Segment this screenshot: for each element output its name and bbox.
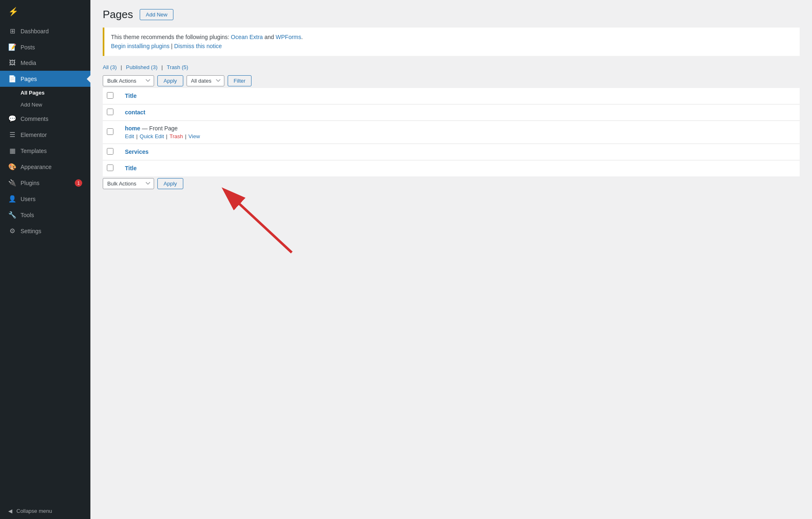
bottom-bulk-actions-select[interactable]: Bulk Actions Move to Trash: [103, 178, 154, 189]
pages-table-wrapper: Title contact: [103, 88, 800, 176]
select-all-checkbox[interactable]: [107, 92, 113, 99]
filter-published[interactable]: Published (3): [126, 64, 159, 70]
sidebar: ⚡ ⊞ Dashboard 📝 Posts 🖼 Media 📄 Pages Al…: [0, 0, 90, 519]
column-title-header[interactable]: Title: [125, 93, 137, 99]
bottom-apply-button[interactable]: Apply: [157, 178, 183, 189]
pages-submenu: All Pages Add New: [0, 87, 90, 111]
tools-icon: 🔧: [8, 211, 16, 219]
posts-icon: 📝: [8, 43, 16, 51]
services-page-link[interactable]: Services: [125, 148, 149, 155]
footer-select-all-checkbox[interactable]: [107, 165, 113, 171]
sidebar-item-label: Posts: [21, 44, 35, 51]
sidebar-item-label: Appearance: [21, 164, 52, 170]
appearance-icon: 🎨: [8, 163, 16, 171]
row-title-home: home — Front Page Edit | Quick Edit | Tr…: [119, 120, 800, 144]
ocean-extra-link[interactable]: Ocean Extra: [231, 34, 263, 40]
table-row: Services: [103, 144, 800, 160]
row-check-services: [103, 144, 119, 160]
annotation-arrow: [210, 187, 300, 262]
notice-separator: |: [171, 43, 174, 49]
apply-button[interactable]: Apply: [157, 75, 183, 86]
sidebar-logo[interactable]: ⚡: [0, 0, 90, 23]
wp-logo-icon: ⚡: [8, 7, 18, 16]
header-title-cell: Title: [119, 88, 800, 104]
dashboard-icon: ⊞: [8, 27, 16, 35]
table-row: contact: [103, 104, 800, 120]
home-page-subtitle: — Front Page: [142, 125, 178, 132]
settings-icon: ⚙: [8, 227, 16, 235]
sidebar-item-label: Elementor: [21, 132, 47, 138]
main-content: Pages Add New This theme recommends the …: [90, 0, 812, 519]
sidebar-item-templates[interactable]: ▦ Templates: [0, 143, 90, 159]
notice-and: and: [265, 34, 274, 40]
contact-page-link[interactable]: contact: [125, 109, 145, 116]
bottom-filter-bar: Bulk Actions Move to Trash Apply: [103, 178, 800, 189]
sidebar-item-users[interactable]: 👤 Users: [0, 191, 90, 207]
media-icon: 🖼: [8, 59, 16, 67]
elementor-icon: ☰: [8, 131, 16, 139]
sidebar-subitem-all-pages[interactable]: All Pages: [0, 87, 90, 99]
sidebar-item-appearance[interactable]: 🎨 Appearance: [0, 159, 90, 175]
filter-button[interactable]: Filter: [228, 75, 252, 86]
sidebar-item-pages[interactable]: 📄 Pages: [0, 71, 90, 87]
view-home-link[interactable]: View: [189, 133, 200, 139]
sidebar-item-label: Media: [21, 60, 36, 66]
templates-icon: ▦: [8, 147, 16, 155]
row-title-contact: contact: [119, 104, 800, 120]
filter-trash[interactable]: Trash (5): [167, 64, 188, 70]
bulk-actions-select[interactable]: Bulk Actions Move to Trash: [103, 75, 154, 86]
footer-header-checkbox-cell: [103, 160, 119, 176]
users-icon: 👤: [8, 195, 16, 203]
plugins-badge: 1: [75, 179, 82, 187]
row-checkbox-contact[interactable]: [107, 109, 113, 115]
sidebar-item-label: Dashboard: [21, 28, 49, 35]
header-checkbox-cell: [103, 88, 119, 104]
collapse-label: Collapse menu: [16, 508, 52, 514]
table-header-row: Title: [103, 88, 800, 104]
collapse-menu-button[interactable]: ◀ Collapse menu: [0, 503, 90, 519]
comments-icon: 💬: [8, 115, 16, 123]
svg-line-1: [234, 199, 292, 253]
begin-installing-link[interactable]: Begin installing plugins: [111, 43, 169, 49]
sidebar-item-label: Plugins: [21, 180, 39, 186]
sidebar-item-label: Settings: [21, 228, 42, 234]
row-actions-home: Edit | Quick Edit | Trash | View: [125, 133, 794, 139]
edit-home-link[interactable]: Edit: [125, 133, 134, 139]
sidebar-item-posts[interactable]: 📝 Posts: [0, 39, 90, 55]
sidebar-item-comments[interactable]: 💬 Comments: [0, 111, 90, 127]
notice-text-prefix: This theme recommends the following plug…: [111, 34, 229, 40]
top-filter-bar: Bulk Actions Move to Trash Apply All dat…: [103, 75, 800, 86]
page-title: Pages: [103, 8, 133, 21]
sidebar-item-label: Comments: [21, 116, 48, 122]
theme-notice: This theme recommends the following plug…: [103, 28, 800, 56]
row-checkbox-services[interactable]: [107, 148, 113, 155]
row-title-services: Services: [119, 144, 800, 160]
sidebar-item-dashboard[interactable]: ⊞ Dashboard: [0, 23, 90, 39]
filter-tabs: All (3) | Published (3) | Trash (5): [103, 64, 800, 70]
trash-home-link[interactable]: Trash: [169, 133, 183, 139]
row-check-home: [103, 120, 119, 144]
filter-all[interactable]: All (3): [103, 64, 118, 70]
column-title-footer[interactable]: Title: [125, 165, 137, 171]
sidebar-item-tools[interactable]: 🔧 Tools: [0, 207, 90, 223]
plugins-icon: 🔌: [8, 179, 16, 187]
sidebar-item-label: Templates: [21, 148, 47, 154]
sidebar-item-label: Pages: [21, 76, 37, 82]
dismiss-notice-link[interactable]: Dismiss this notice: [174, 43, 222, 49]
table-row: home — Front Page Edit | Quick Edit | Tr…: [103, 120, 800, 144]
sidebar-item-settings[interactable]: ⚙ Settings: [0, 223, 90, 239]
sidebar-item-media[interactable]: 🖼 Media: [0, 55, 90, 71]
sidebar-item-elementor[interactable]: ☰ Elementor: [0, 127, 90, 143]
row-checkbox-home[interactable]: [107, 128, 113, 135]
sidebar-item-plugins[interactable]: 🔌 Plugins 1: [0, 175, 90, 191]
sidebar-item-label: Users: [21, 196, 36, 202]
pages-icon: 📄: [8, 75, 16, 83]
home-page-link[interactable]: home: [125, 125, 140, 132]
add-new-button[interactable]: Add New: [140, 9, 174, 20]
footer-title-cell: Title: [119, 160, 800, 176]
table-footer-header-row: Title: [103, 160, 800, 176]
quick-edit-home-link[interactable]: Quick Edit: [140, 133, 164, 139]
wpforms-link[interactable]: WPForms: [276, 34, 301, 40]
sidebar-subitem-add-new[interactable]: Add New: [0, 99, 90, 111]
date-filter-select[interactable]: All dates: [187, 75, 224, 86]
